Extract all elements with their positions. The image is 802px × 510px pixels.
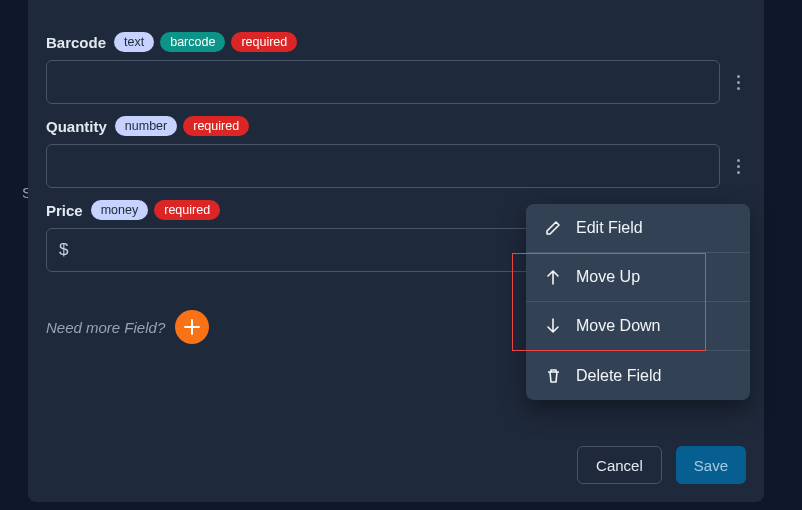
field-barcode: Barcode text barcode required (46, 32, 746, 104)
field-menu-button[interactable] (730, 68, 746, 96)
barcode-input[interactable] (46, 60, 720, 104)
type-tag: text (114, 32, 154, 52)
menu-label: Move Up (576, 268, 640, 286)
required-tag: required (231, 32, 297, 52)
menu-move-down[interactable]: Move Down (526, 302, 750, 351)
type-tag: number (115, 116, 177, 136)
trash-icon (544, 368, 562, 384)
required-tag: required (154, 200, 220, 220)
field-quantity: Quantity number required (46, 116, 746, 188)
menu-move-up[interactable]: Move Up (526, 253, 750, 302)
arrow-up-icon (544, 269, 562, 285)
menu-delete-field[interactable]: Delete Field (526, 351, 750, 400)
add-field-button[interactable] (175, 310, 209, 344)
menu-edit-field[interactable]: Edit Field (526, 204, 750, 253)
field-label: Quantity (46, 118, 107, 135)
field-row (46, 144, 746, 188)
required-tag: required (183, 116, 249, 136)
menu-label: Move Down (576, 317, 660, 335)
footer-buttons: Cancel Save (577, 446, 746, 484)
currency-prefix: $ (59, 240, 68, 260)
field-header: Barcode text barcode required (46, 32, 746, 52)
plus-icon (183, 318, 201, 336)
type-tag: money (91, 200, 149, 220)
save-button[interactable]: Save (676, 446, 746, 484)
menu-label: Edit Field (576, 219, 643, 237)
subtype-tag: barcode (160, 32, 225, 52)
field-label: Barcode (46, 34, 106, 51)
field-context-menu: Edit Field Move Up Move Down Delete Fiel… (526, 204, 750, 400)
need-more-label: Need more Field? (46, 319, 165, 336)
field-menu-button[interactable] (730, 152, 746, 180)
edit-icon (544, 220, 562, 236)
field-row (46, 60, 746, 104)
quantity-input[interactable] (46, 144, 720, 188)
cancel-button[interactable]: Cancel (577, 446, 662, 484)
arrow-down-icon (544, 318, 562, 334)
menu-label: Delete Field (576, 367, 661, 385)
field-label: Price (46, 202, 83, 219)
field-header: Quantity number required (46, 116, 746, 136)
